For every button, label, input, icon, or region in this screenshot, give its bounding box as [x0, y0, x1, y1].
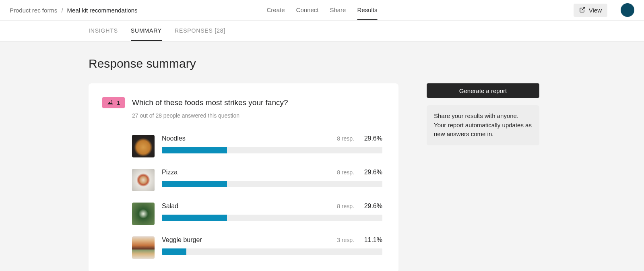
option-body: Pizza8 resp.29.6% [162, 169, 382, 187]
option-response-count: 8 resp. [337, 169, 354, 176]
question-options: Noodles8 resp.29.6%Pizza8 resp.29.6%Sala… [132, 135, 382, 259]
generate-report-button[interactable]: Generate a report [427, 83, 539, 98]
breadcrumb-parent[interactable]: Product rec forms [10, 7, 57, 14]
nav-create[interactable]: Create [267, 0, 285, 20]
svg-line-0 [582, 7, 584, 10]
question-type-badge: 1 [102, 97, 125, 108]
sub-tabs: INSIGHTS SUMMARY RESPONSES [28] [0, 21, 644, 41]
report-info-box: Share your results with anyone. Your rep… [427, 105, 539, 145]
side-column: Generate a report Share your results wit… [427, 83, 539, 145]
external-link-icon [579, 6, 586, 14]
option-row: Salad8 resp.29.6% [132, 203, 382, 225]
option-bar [162, 147, 382, 153]
subtab-summary[interactable]: SUMMARY [131, 21, 162, 41]
divider [614, 4, 614, 16]
top-bar-right: View [574, 3, 634, 17]
option-row: Pizza8 resp.29.6% [132, 169, 382, 191]
option-label: Salad [162, 203, 330, 210]
option-body: Salad8 resp.29.6% [162, 203, 382, 221]
option-row: Noodles8 resp.29.6% [132, 135, 382, 157]
option-top: Noodles8 resp.29.6% [162, 135, 382, 142]
option-thumbnail [132, 169, 155, 191]
option-top: Veggie burger3 resp.11.1% [162, 236, 382, 244]
option-top: Salad8 resp.29.6% [162, 203, 382, 210]
option-response-count: 8 resp. [337, 135, 354, 142]
option-bar-fill [162, 181, 227, 187]
subtab-responses[interactable]: RESPONSES [28] [175, 21, 225, 41]
breadcrumb: Product rec forms / Meal kit recommendat… [10, 7, 138, 14]
option-percent: 29.6% [361, 135, 382, 142]
option-bar [162, 215, 382, 221]
nav-results[interactable]: Results [357, 0, 377, 20]
nav-connect[interactable]: Connect [296, 0, 319, 20]
option-thumbnail [132, 135, 155, 157]
option-thumbnail [132, 203, 155, 225]
option-bar [162, 181, 382, 187]
question-number: 1 [117, 100, 120, 106]
svg-point-1 [111, 100, 112, 101]
question-subtext: 27 out of 28 people answered this questi… [132, 112, 382, 119]
option-label: Noodles [162, 135, 330, 142]
option-thumbnail [132, 236, 155, 259]
option-bar-fill [162, 248, 186, 255]
breadcrumb-separator: / [61, 7, 63, 14]
content-row: 1 Which of these foods most strikes your… [89, 83, 644, 271]
view-button[interactable]: View [574, 4, 607, 17]
question-header: 1 Which of these foods most strikes your… [102, 97, 382, 108]
option-response-count: 3 resp. [337, 237, 354, 243]
option-percent: 29.6% [361, 169, 382, 176]
image-icon [107, 99, 114, 106]
option-row: Veggie burger3 resp.11.1% [132, 236, 382, 259]
view-button-label: View [589, 7, 602, 14]
nav-share[interactable]: Share [330, 0, 346, 20]
question-card: 1 Which of these foods most strikes your… [89, 83, 398, 271]
main-content: Response summary 1 Which of these foods … [0, 41, 644, 271]
avatar[interactable] [621, 3, 634, 17]
option-percent: 11.1% [361, 236, 382, 244]
breadcrumb-current: Meal kit recommendations [67, 7, 138, 14]
option-body: Noodles8 resp.29.6% [162, 135, 382, 153]
subtab-insights[interactable]: INSIGHTS [89, 21, 118, 41]
option-response-count: 8 resp. [337, 203, 354, 209]
primary-nav: Create Connect Share Results [267, 0, 378, 20]
option-label: Pizza [162, 169, 330, 176]
page-title: Response summary [89, 57, 644, 70]
option-bar-fill [162, 147, 227, 153]
top-bar: Product rec forms / Meal kit recommendat… [0, 0, 644, 21]
option-bar-fill [162, 215, 227, 221]
option-label: Veggie burger [162, 236, 330, 244]
option-bar [162, 248, 382, 255]
option-top: Pizza8 resp.29.6% [162, 169, 382, 176]
option-percent: 29.6% [361, 203, 382, 210]
question-title: Which of these foods most strikes your f… [132, 98, 288, 107]
option-body: Veggie burger3 resp.11.1% [162, 236, 382, 255]
